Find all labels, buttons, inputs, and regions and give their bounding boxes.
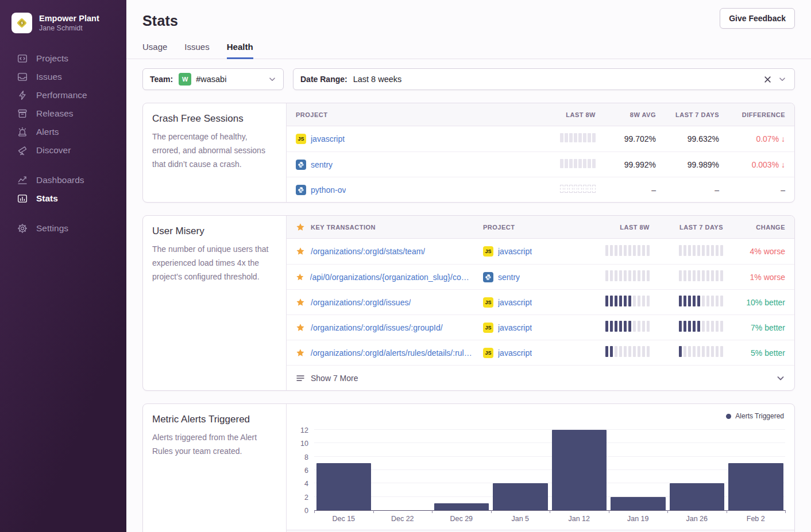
project-link[interactable]: python-ov <box>311 185 346 195</box>
bar[interactable] <box>493 483 548 510</box>
bar[interactable] <box>670 483 725 510</box>
misery-score-bar <box>580 346 650 357</box>
crash-free-sessions-panel: Crash Free Sessions The percentage of he… <box>142 103 795 203</box>
transaction-link[interactable]: /organizations/:orgId/alerts/rules/detai… <box>311 348 475 358</box>
star-icon[interactable] <box>296 298 305 307</box>
bar[interactable] <box>552 430 607 510</box>
project-link[interactable]: javascript <box>498 298 532 307</box>
sidebar-item-performance[interactable]: Performance <box>0 86 126 104</box>
last-7d-cell <box>650 321 723 334</box>
change-value: 5% better <box>723 348 785 358</box>
tab-usage[interactable]: Usage <box>142 42 167 59</box>
star-icon[interactable] <box>296 323 305 332</box>
sidebar-item-label: Settings <box>36 223 68 234</box>
misery-score-bar <box>580 245 650 256</box>
panel-text: Alerts triggered from the Alert Rules yo… <box>152 431 277 459</box>
tab-bar: Usage Issues Health <box>126 42 811 59</box>
star-icon[interactable] <box>296 273 304 282</box>
filter-row: Team: W #wasabi Date Range: Last 8 weeks <box>142 68 795 90</box>
transaction-link[interactable]: /organizations/:orgId/stats/team/ <box>311 247 425 256</box>
sidebar-item-label: Projects <box>36 53 68 64</box>
key-transaction-cell: /api/0/organizations/{organization_slug}… <box>296 273 483 282</box>
legend-dot <box>726 414 731 419</box>
sidebar-item-issues[interactable]: Issues <box>0 68 126 86</box>
project-link[interactable]: javascript <box>498 247 532 256</box>
bar[interactable] <box>611 497 666 510</box>
chevron-down-icon <box>776 374 785 383</box>
sidebar-item-alerts[interactable]: Alerts <box>0 123 126 141</box>
metric-alerts-body: Alerts Triggered 024681012 Dec 15Dec 22D… <box>287 404 794 532</box>
page-title: Stats <box>142 13 795 29</box>
content-area: Team: W #wasabi Date Range: Last 8 weeks <box>126 59 811 532</box>
bar[interactable] <box>434 503 489 510</box>
x-tick-label: Feb 2 <box>727 515 786 523</box>
column-header: PROJECT <box>483 224 580 231</box>
tab-health[interactable]: Health <box>227 42 253 59</box>
axis-tick <box>550 510 550 513</box>
x-tick-label: Jan 26 <box>667 515 727 523</box>
sidebar-item-dashboards[interactable]: Dashboards <box>0 171 126 189</box>
project-cell: sentry <box>296 160 530 170</box>
sidebar-item-discover[interactable]: Discover <box>0 141 126 160</box>
project-cell: python-ov <box>296 185 530 195</box>
table-body: /organizations/:orgId/stats/team/JSjavas… <box>287 239 794 365</box>
misery-score-bar <box>650 296 723 306</box>
last-8w-cell <box>580 296 650 309</box>
sidebar-item-releases[interactable]: Releases <box>0 104 126 123</box>
nav-divider <box>0 208 126 219</box>
give-feedback-button[interactable]: Give Feedback <box>720 8 795 29</box>
discover-icon <box>17 145 28 156</box>
sidebar-item-label: Releases <box>36 108 74 119</box>
bar-slot <box>314 417 373 510</box>
key-transaction-cell: /organizations/:orgId/issues/:groupId/ <box>296 323 483 332</box>
date-range-dropdown-button[interactable] <box>777 74 787 84</box>
project-link[interactable]: javascript <box>311 134 345 143</box>
bar[interactable] <box>316 463 372 510</box>
show-more-button[interactable]: Show 7 More <box>287 365 794 390</box>
x-tick-label: Jan 19 <box>609 515 668 523</box>
transaction-link[interactable]: /api/0/organizations/{organization_slug}… <box>310 273 475 282</box>
transaction-link[interactable]: /organizations/:orgId/issues/:groupId/ <box>311 323 443 332</box>
project-cell: JSjavascript <box>483 323 580 333</box>
star-icon[interactable] <box>296 348 305 358</box>
nav-divider <box>0 160 126 171</box>
last-8w-cell <box>580 346 650 359</box>
sidebar-item-stats[interactable]: Stats <box>0 189 126 208</box>
last-7d-value: – <box>656 185 719 195</box>
project-link[interactable]: sentry <box>311 160 333 169</box>
panel-title: Metric Alerts Triggered <box>152 414 277 425</box>
org-switcher[interactable]: Empower Plant Jane Schmidt <box>0 0 126 33</box>
trend-sparkline <box>530 133 596 142</box>
misery-score-bar <box>580 296 650 306</box>
last-7d-value: 99.632% <box>656 134 719 143</box>
transaction-link[interactable]: /organizations/:orgId/issues/ <box>311 298 411 307</box>
change-value: 7% better <box>723 323 785 332</box>
bar[interactable] <box>728 463 783 510</box>
axis-tick <box>727 510 727 513</box>
sidebar-item-label: Stats <box>36 193 58 204</box>
project-link[interactable]: javascript <box>498 323 532 332</box>
tab-issues[interactable]: Issues <box>184 42 209 59</box>
axis-tick <box>609 510 609 513</box>
sidebar: Empower Plant Jane Schmidt Projects Issu… <box>0 0 126 532</box>
difference-value: 0.07% ↓ <box>719 134 785 143</box>
chart-legend[interactable]: Alerts Triggered <box>726 412 784 420</box>
team-select[interactable]: Team: W #wasabi <box>142 68 284 90</box>
date-range-select[interactable]: Date Range: Last 8 weeks <box>293 68 795 90</box>
project-link[interactable]: javascript <box>498 348 532 358</box>
bar-slot <box>432 417 491 510</box>
last-8w-cell <box>530 159 596 170</box>
column-header-key-transaction: KEY TRANSACTION <box>296 223 483 232</box>
sidebar-item-settings[interactable]: Settings <box>0 219 126 238</box>
star-icon[interactable] <box>296 247 305 256</box>
x-tick-label: Dec 15 <box>314 515 373 523</box>
clear-date-range-button[interactable] <box>763 75 773 84</box>
axis-tick <box>314 510 315 513</box>
last-8w-cell <box>530 185 596 195</box>
y-tick-label: 8 <box>304 453 308 461</box>
last-7d-cell <box>650 245 723 258</box>
legend-label: Alerts Triggered <box>735 412 784 420</box>
column-header: LAST 8W <box>580 224 650 231</box>
sidebar-item-projects[interactable]: Projects <box>0 49 126 68</box>
project-link[interactable]: sentry <box>498 273 520 282</box>
